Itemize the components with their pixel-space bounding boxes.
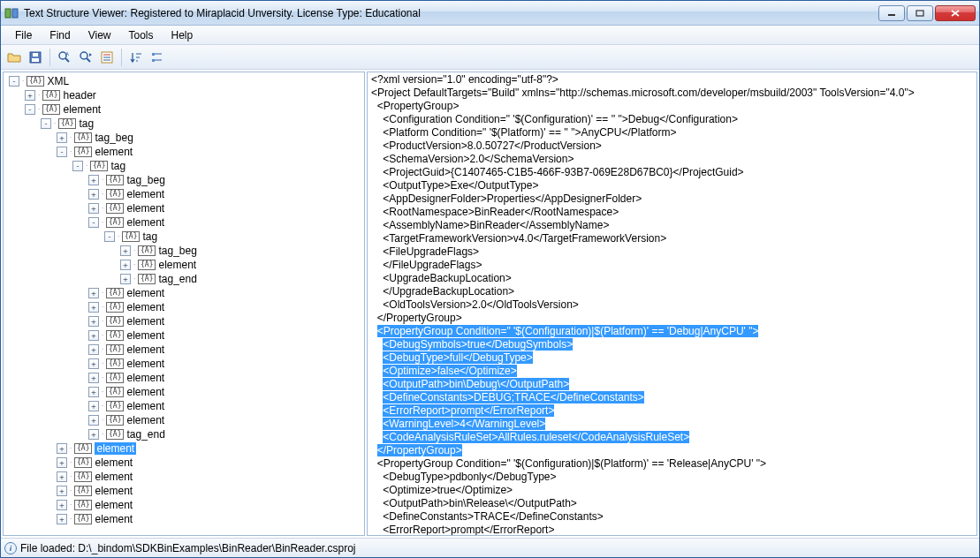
tree-node[interactable]: -·{A}tag bbox=[4, 230, 364, 244]
tree-node[interactable]: +·{A}element bbox=[4, 343, 364, 357]
source-line[interactable]: <?xml version="1.0" encoding="utf-8"?> bbox=[371, 73, 973, 87]
find-next-icon[interactable] bbox=[76, 48, 95, 67]
tree-node-label[interactable]: header bbox=[63, 89, 95, 102]
source-line-highlighted[interactable]: <Optimize>false</Optimize> bbox=[383, 365, 516, 377]
tree-node-label[interactable]: element bbox=[95, 442, 136, 455]
sort-icon[interactable] bbox=[126, 48, 146, 67]
properties-icon[interactable] bbox=[97, 48, 117, 67]
source-line[interactable]: <OutputType>Exe</OutputType> bbox=[371, 179, 973, 192]
tree-node[interactable]: +·{A}header bbox=[4, 88, 364, 102]
minimize-button[interactable] bbox=[878, 5, 905, 21]
tree-node-label[interactable]: element bbox=[126, 400, 164, 412]
collapse-icon[interactable]: - bbox=[9, 76, 19, 87]
source-line[interactable]: <PropertyGroup Condition=" '$(Configurat… bbox=[371, 457, 973, 471]
source-line-highlighted[interactable]: <DebugSymbols>true</DebugSymbols> bbox=[383, 338, 573, 351]
tree-node[interactable]: +·{A}tag_beg bbox=[4, 131, 364, 145]
tree-node[interactable]: +·{A}element bbox=[4, 300, 364, 314]
source-line[interactable]: <DebugType>pdbonly</DebugType> bbox=[371, 471, 973, 484]
close-button[interactable] bbox=[935, 5, 976, 21]
tree-node[interactable]: +·{A}element bbox=[4, 328, 364, 343]
tree-node-label[interactable]: element bbox=[126, 358, 164, 370]
tree-node[interactable]: -·{A}element bbox=[4, 215, 364, 230]
source-line[interactable]: <Optimize>true</Optimize> bbox=[371, 484, 973, 497]
expand-icon[interactable]: + bbox=[57, 443, 67, 454]
tree-node[interactable]: +·{A}tag_beg bbox=[4, 173, 364, 187]
tree-node-label[interactable]: tag_beg bbox=[95, 132, 133, 144]
source-line[interactable]: <TargetFrameworkVersion>v4.0</TargetFram… bbox=[371, 232, 973, 245]
tree-node[interactable]: +·{A}element bbox=[4, 314, 364, 328]
collapse-icon[interactable]: - bbox=[104, 231, 115, 242]
tree-node-label[interactable]: element bbox=[126, 188, 164, 200]
source-line[interactable]: <OldToolsVersion>2.0</OldToolsVersion> bbox=[371, 298, 973, 312]
expand-icon[interactable]: + bbox=[88, 288, 99, 298]
menu-help[interactable]: Help bbox=[163, 27, 202, 43]
tree-node[interactable]: +·{A}element bbox=[4, 456, 364, 470]
tree-node[interactable]: +·{A}element bbox=[4, 201, 364, 215]
expand-icon[interactable]: + bbox=[88, 189, 99, 200]
source-line[interactable]: <SchemaVersion>2.0</SchemaVersion> bbox=[371, 153, 973, 166]
open-icon[interactable] bbox=[4, 48, 24, 67]
tree-node-label[interactable]: element bbox=[95, 485, 133, 497]
collapse-icon[interactable]: - bbox=[25, 104, 35, 115]
tree-node[interactable]: +·{A}element bbox=[4, 187, 364, 201]
tree-node-label[interactable]: element bbox=[95, 513, 133, 525]
source-line[interactable]: <Configuration Condition=" '$(Configurat… bbox=[371, 113, 973, 126]
expand-icon[interactable]: + bbox=[25, 90, 35, 101]
expand-icon[interactable]: + bbox=[88, 429, 99, 440]
menu-tools[interactable]: Tools bbox=[119, 27, 162, 43]
tree-node[interactable]: +·{A}tag_beg bbox=[4, 244, 364, 258]
find-icon[interactable]: A bbox=[55, 48, 74, 67]
expand-icon[interactable]: + bbox=[57, 471, 67, 482]
tree-options-icon[interactable] bbox=[148, 48, 167, 67]
tree-node-label[interactable]: element bbox=[126, 372, 164, 384]
tree-node[interactable]: +·{A}element bbox=[4, 484, 364, 498]
expand-icon[interactable]: + bbox=[120, 245, 131, 256]
tree-node[interactable]: +·{A}element bbox=[4, 498, 364, 512]
source-line[interactable]: <ProductVersion>8.0.50727</ProductVersio… bbox=[371, 140, 973, 153]
tree-node[interactable]: +·{A}element bbox=[4, 413, 364, 427]
source-line[interactable]: <RootNamespace>BinReader</RootNamespace> bbox=[371, 206, 973, 219]
expand-icon[interactable]: + bbox=[57, 486, 67, 496]
tree-node[interactable]: -·{A}element bbox=[4, 145, 364, 159]
tree-node-label[interactable]: element bbox=[126, 315, 164, 328]
collapse-icon[interactable]: - bbox=[88, 217, 99, 228]
tree-node-label[interactable]: tag_beg bbox=[126, 174, 164, 186]
expand-icon[interactable]: + bbox=[88, 330, 99, 341]
tree-node[interactable]: +·{A}element bbox=[4, 385, 364, 399]
tree-node-label[interactable]: element bbox=[126, 287, 164, 299]
source-line[interactable]: </FileUpgradeFlags> bbox=[371, 259, 973, 272]
tree-node-label[interactable]: tag bbox=[142, 230, 157, 243]
tree-node[interactable]: -·{A}tag bbox=[4, 117, 364, 131]
source-pane[interactable]: <?xml version="1.0" encoding="utf-8"?><P… bbox=[367, 72, 977, 536]
expand-icon[interactable]: + bbox=[88, 358, 99, 369]
tree-node-label[interactable]: element bbox=[126, 329, 164, 342]
tree-node-label[interactable]: element bbox=[126, 216, 164, 229]
save-icon[interactable] bbox=[26, 48, 45, 67]
tree-node-label[interactable]: element bbox=[126, 301, 164, 313]
tree-node-label[interactable]: tag_beg bbox=[158, 245, 196, 257]
tree-node[interactable]: +·{A}element bbox=[4, 371, 364, 385]
source-line-highlighted[interactable]: <ErrorReport>prompt</ErrorReport> bbox=[383, 404, 554, 417]
maximize-button[interactable] bbox=[907, 5, 933, 21]
tree-node-label[interactable]: element bbox=[126, 386, 164, 398]
source-line-highlighted[interactable]: <PropertyGroup Condition=" '$(Configurat… bbox=[377, 325, 759, 337]
expand-icon[interactable]: + bbox=[88, 387, 99, 397]
source-line-highlighted[interactable]: </PropertyGroup> bbox=[377, 444, 462, 456]
expand-icon[interactable]: + bbox=[120, 274, 131, 284]
expand-icon[interactable]: + bbox=[88, 415, 99, 426]
source-line[interactable]: <AppDesignerFolder>Properties</AppDesign… bbox=[371, 192, 973, 206]
tree-node-label[interactable]: element bbox=[126, 414, 164, 426]
tree-node-label[interactable]: element bbox=[95, 471, 133, 483]
expand-icon[interactable]: + bbox=[57, 132, 67, 143]
tree-pane[interactable]: -·{A}XML+·{A}header-·{A}element-·{A}tag+… bbox=[3, 72, 365, 536]
collapse-icon[interactable]: - bbox=[57, 147, 67, 157]
tree-node-label[interactable]: element bbox=[126, 343, 164, 356]
tree-node-label[interactable]: element bbox=[158, 259, 196, 271]
tree-node[interactable]: +·{A}tag_end bbox=[4, 272, 364, 286]
source-line[interactable]: <Project DefaultTargets="Build" xmlns="h… bbox=[371, 87, 973, 100]
tree-node-label[interactable]: element bbox=[63, 103, 101, 116]
menu-find[interactable]: Find bbox=[41, 27, 79, 43]
menu-file[interactable]: File bbox=[6, 27, 41, 43]
expand-icon[interactable]: + bbox=[88, 401, 99, 411]
tree-node[interactable]: +·{A}element bbox=[4, 470, 364, 484]
